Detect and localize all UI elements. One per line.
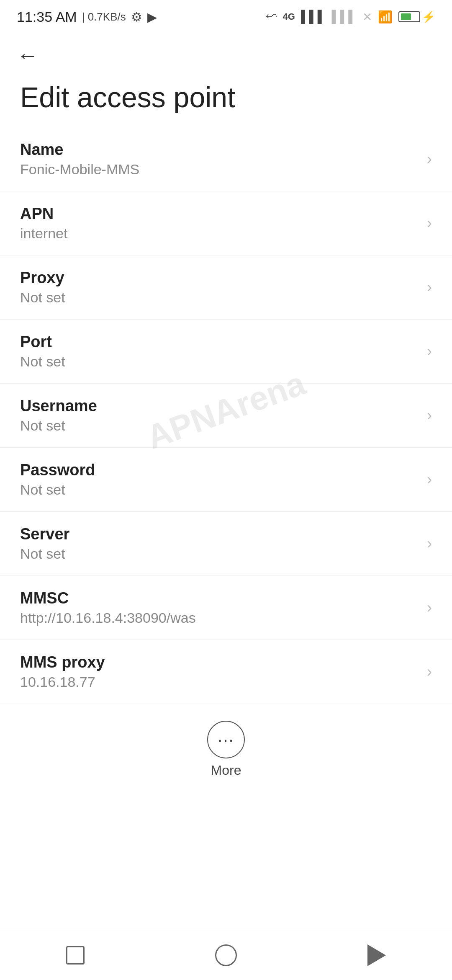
settings-item-name-content: Name Fonic-Mobile-MMS	[20, 141, 419, 178]
settings-item-mms-proxy-content: MMS proxy 10.16.18.77	[20, 653, 419, 690]
settings-item-apn-content: APN internet	[20, 205, 419, 242]
signal-4g-icon: 4G	[283, 11, 295, 22]
settings-item-password[interactable]: Password Not set ›	[0, 448, 452, 512]
settings-item-server[interactable]: Server Not set ›	[0, 512, 452, 576]
settings-item-mmsc-value: http://10.16.18.4:38090/was	[20, 610, 419, 626]
settings-item-mmsc[interactable]: MMSC http://10.16.18.4:38090/was ›	[0, 576, 452, 640]
settings-item-mms-proxy-label: MMS proxy	[20, 653, 419, 671]
chevron-right-icon: ›	[427, 535, 432, 552]
settings-item-port-content: Port Not set	[20, 333, 419, 370]
chevron-right-icon: ›	[427, 214, 432, 232]
settings-item-proxy-content: Proxy Not set	[20, 269, 419, 306]
settings-item-username-value: Not set	[20, 418, 419, 434]
status-time: 11:35 AM	[17, 9, 77, 25]
settings-item-server-content: Server Not set	[20, 525, 419, 562]
settings-item-mms-proxy[interactable]: MMS proxy 10.16.18.77 ›	[0, 640, 452, 704]
settings-item-name[interactable]: Name Fonic-Mobile-MMS ›	[0, 127, 452, 191]
battery-box	[398, 11, 420, 22]
chevron-right-icon: ›	[427, 663, 432, 681]
back-arrow-icon[interactable]: ←	[17, 43, 39, 67]
settings-item-mmsc-content: MMSC http://10.16.18.4:38090/was	[20, 589, 419, 626]
bolt-icon: ⚡	[422, 10, 435, 23]
status-bar-right: ⬿ 4G ▌▌▌ ▌▌▌ ✕ 📶 ⚡	[265, 10, 435, 24]
status-bar: 11:35 AM | 0.7KB/s ⚙ ▶ ⬿ 4G ▌▌▌ ▌▌▌ ✕ 📶 …	[0, 0, 452, 30]
back-nav-button[interactable]	[360, 943, 393, 968]
chevron-right-icon: ›	[427, 150, 432, 168]
settings-item-apn[interactable]: APN internet ›	[0, 191, 452, 255]
settings-item-proxy-value: Not set	[20, 289, 419, 306]
settings-list: Name Fonic-Mobile-MMS › APN internet › P…	[0, 127, 452, 704]
settings-item-server-label: Server	[20, 525, 419, 543]
bottom-nav	[0, 930, 452, 980]
settings-item-name-label: Name	[20, 141, 419, 159]
more-button[interactable]: ···	[207, 721, 245, 758]
signal-x-icon: ✕	[362, 10, 372, 24]
settings-icon: ⚙	[131, 10, 142, 24]
battery-fill	[401, 13, 411, 20]
recent-apps-button[interactable]	[59, 943, 92, 968]
settings-item-name-value: Fonic-Mobile-MMS	[20, 161, 419, 178]
settings-item-mmsc-label: MMSC	[20, 589, 419, 607]
battery-container: ⚡	[398, 10, 435, 23]
back-btn[interactable]: ←	[0, 30, 452, 72]
status-bar-left: 11:35 AM | 0.7KB/s ⚙ ▶	[17, 9, 157, 25]
recent-apps-icon	[66, 946, 85, 965]
settings-item-password-content: Password Not set	[20, 461, 419, 498]
chevron-right-icon: ›	[427, 407, 432, 424]
chevron-right-icon: ›	[427, 279, 432, 296]
more-dots-icon: ···	[218, 731, 234, 748]
back-nav-icon	[367, 944, 386, 966]
chevron-right-icon: ›	[427, 599, 432, 616]
settings-item-proxy-label: Proxy	[20, 269, 419, 287]
signal-bars-icon: ▌▌▌	[301, 10, 326, 23]
chevron-right-icon: ›	[427, 471, 432, 488]
signal-bars2-icon: ▌▌▌	[331, 10, 357, 23]
settings-item-port-label: Port	[20, 333, 419, 351]
settings-item-apn-label: APN	[20, 205, 419, 223]
chevron-right-icon: ›	[427, 343, 432, 360]
bluetooth-icon: ⬿	[265, 10, 277, 24]
settings-item-password-value: Not set	[20, 482, 419, 498]
more-section[interactable]: ··· More	[0, 704, 452, 791]
settings-item-port-value: Not set	[20, 353, 419, 370]
settings-item-proxy[interactable]: Proxy Not set ›	[0, 255, 452, 320]
page-title: Edit access point	[0, 72, 452, 127]
home-button[interactable]	[209, 943, 243, 968]
settings-item-username[interactable]: Username Not set ›	[0, 384, 452, 448]
more-label: More	[211, 763, 241, 778]
wifi-icon: 📶	[378, 10, 393, 24]
settings-item-username-content: Username Not set	[20, 397, 419, 434]
settings-item-password-label: Password	[20, 461, 419, 479]
settings-item-port[interactable]: Port Not set ›	[0, 320, 452, 384]
settings-item-apn-value: internet	[20, 225, 419, 242]
home-icon	[215, 944, 237, 966]
video-icon: ▶	[147, 10, 157, 24]
settings-item-mms-proxy-value: 10.16.18.77	[20, 674, 419, 690]
settings-item-username-label: Username	[20, 397, 419, 415]
settings-item-server-value: Not set	[20, 546, 419, 562]
status-speed: | 0.7KB/s	[82, 10, 126, 23]
